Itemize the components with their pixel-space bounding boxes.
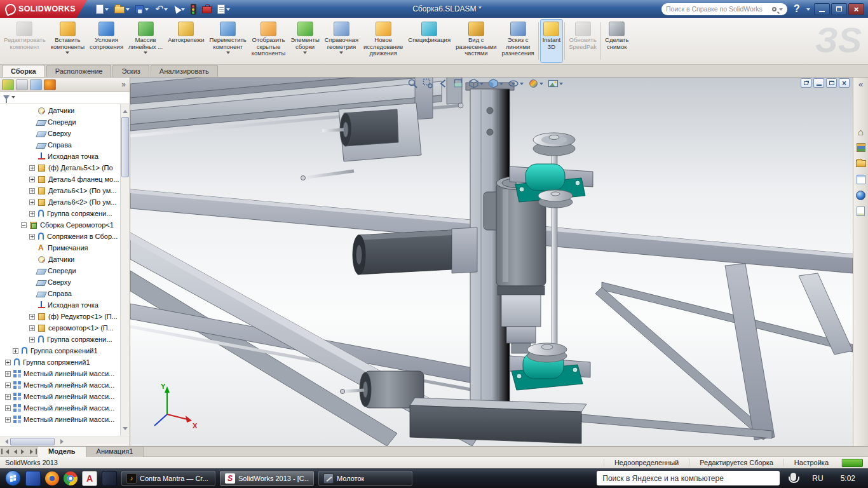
tree-item-mates-group[interactable]: Сопряжения в Сбор... bbox=[0, 231, 119, 242]
chrome-icon[interactable] bbox=[64, 471, 78, 485]
tab-model[interactable]: Модель bbox=[38, 447, 86, 457]
linear-pattern-button[interactable]: Массив линейных ... bbox=[126, 19, 165, 63]
bill-of-materials-button[interactable]: Спецификация bbox=[405, 19, 453, 63]
status-customize[interactable]: Настройка bbox=[783, 459, 839, 466]
assembly-model[interactable]: Y X bbox=[130, 78, 853, 446]
select-button[interactable] bbox=[171, 2, 187, 16]
expand-icon[interactable] bbox=[5, 394, 11, 400]
tree-item-annotations[interactable]: Примечания bbox=[0, 242, 119, 254]
tree-item-mates-group[interactable]: Группа сопряжени... bbox=[0, 334, 119, 345]
close-document-button[interactable] bbox=[839, 78, 850, 88]
file-explorer-icon[interactable] bbox=[855, 158, 867, 169]
tree-item-plane[interactable]: Справа bbox=[0, 139, 119, 151]
expand-icon[interactable] bbox=[5, 383, 11, 388]
tree-item-sensors[interactable]: Датчики bbox=[0, 105, 119, 116]
reference-geometry-button[interactable]: Справочная геометрия bbox=[322, 19, 361, 63]
tab-evaluate[interactable]: Анализировать bbox=[151, 65, 218, 77]
tree-vertical-scrollbar[interactable] bbox=[120, 104, 130, 436]
tree-item-subassembly[interactable]: Сборка Сервомотор<1 bbox=[0, 219, 119, 231]
panel-expand-icon[interactable] bbox=[121, 80, 128, 89]
expand-icon[interactable] bbox=[5, 360, 11, 365]
language-indicator[interactable]: RU bbox=[808, 474, 827, 483]
tree-item-plane[interactable]: Спереди bbox=[0, 116, 119, 128]
resources-home-icon[interactable] bbox=[855, 126, 867, 137]
view-palette-icon[interactable] bbox=[855, 173, 867, 185]
tree-item-part[interactable]: сервомотор<1> (П... bbox=[0, 322, 119, 334]
assembly-features-button[interactable]: Элементы сборки bbox=[288, 19, 322, 63]
expand-icon[interactable] bbox=[29, 200, 35, 205]
taskbar-item-molotok[interactable]: Молоток bbox=[318, 471, 412, 486]
pinned-app-icon[interactable] bbox=[25, 471, 41, 486]
mid-motor[interactable] bbox=[353, 227, 477, 274]
propertymanager-tab[interactable] bbox=[16, 79, 28, 90]
tab-animation[interactable]: Анимация1 bbox=[86, 447, 144, 457]
design-library-icon[interactable] bbox=[855, 142, 867, 153]
quick-tips-icon[interactable] bbox=[841, 459, 863, 467]
tree-item-part[interactable]: (ф) Деталь5<1> (По bbox=[0, 162, 119, 173]
file-properties-button[interactable] bbox=[215, 2, 233, 16]
tree-item-sensors[interactable]: Датчики bbox=[0, 254, 119, 265]
tree-item-mates-group[interactable]: Группа сопряжений1 bbox=[0, 345, 119, 356]
taskbar-item-solidworks[interactable]: SolidWorks 2013 - [C... bbox=[220, 471, 314, 486]
display-style-button[interactable] bbox=[488, 78, 503, 89]
help-search-box[interactable] bbox=[661, 3, 787, 15]
smart-fasteners-button[interactable]: Автокрепежи bbox=[165, 19, 207, 63]
tree-item-pattern[interactable]: Местный линейный масси... bbox=[0, 391, 119, 402]
collapse-icon[interactable] bbox=[21, 222, 27, 228]
tree-item-pattern[interactable]: Местный линейный масси... bbox=[0, 414, 119, 425]
show-hidden-components-button[interactable]: Отобразить скрытые компоненты bbox=[249, 19, 288, 63]
last-tab-button[interactable] bbox=[29, 447, 38, 456]
scroll-left-icon[interactable] bbox=[3, 439, 8, 444]
exploded-view-button[interactable]: Вид с разнесенными частями bbox=[453, 19, 499, 63]
hide-show-items-button[interactable] bbox=[508, 78, 524, 89]
expand-icon[interactable] bbox=[29, 188, 35, 194]
new-document-button[interactable] bbox=[93, 2, 111, 16]
cascade-window-button[interactable] bbox=[801, 78, 811, 88]
insert-components-button[interactable]: Вставить компоненты bbox=[48, 19, 87, 63]
tab-sketch[interactable]: Эскиз bbox=[112, 65, 149, 77]
expand-icon[interactable] bbox=[13, 348, 18, 354]
new-motion-study-button[interactable]: Новое исследование движения bbox=[361, 19, 405, 63]
tree-item-plane[interactable]: Сверху bbox=[0, 276, 119, 288]
help-icon[interactable] bbox=[791, 3, 803, 15]
tree-item-part[interactable]: Деталь6<2> (По ум... bbox=[0, 196, 119, 208]
edit-appearance-button[interactable] bbox=[528, 78, 543, 89]
minimize-button[interactable] bbox=[814, 3, 830, 15]
custom-properties-icon[interactable] bbox=[855, 205, 867, 217]
previous-view-button[interactable] bbox=[438, 78, 449, 89]
tree-item-mates-group[interactable]: Группа сопряжени... bbox=[0, 208, 119, 219]
expand-icon[interactable] bbox=[29, 211, 35, 217]
expand-icon[interactable] bbox=[5, 405, 11, 411]
tree-item-origin[interactable]: Исходная точка bbox=[0, 299, 119, 311]
tree-item-plane[interactable]: Справа bbox=[0, 288, 119, 299]
configurationmanager-tab[interactable] bbox=[30, 79, 42, 90]
featuremanager-tab[interactable] bbox=[2, 79, 14, 90]
save-button[interactable] bbox=[133, 2, 151, 16]
expand-icon[interactable] bbox=[29, 177, 35, 182]
apply-scene-button[interactable] bbox=[548, 78, 563, 89]
scroll-down-icon[interactable] bbox=[123, 427, 128, 433]
scrollbar-thumb[interactable] bbox=[10, 438, 55, 445]
taskbar-item-browser[interactable]: Contra Mantra — Cr... bbox=[121, 471, 215, 486]
take-snapshot-button[interactable]: Сделать снимок bbox=[602, 19, 631, 63]
expand-icon[interactable] bbox=[5, 417, 11, 423]
tree-item-pattern[interactable]: Местный линейный масси... bbox=[0, 402, 119, 414]
options-button[interactable] bbox=[200, 2, 214, 16]
scrollbar-thumb[interactable] bbox=[121, 117, 129, 177]
scroll-up-icon[interactable] bbox=[123, 107, 128, 113]
restore-document-button[interactable] bbox=[826, 78, 837, 88]
tab-assembly[interactable]: Сборка bbox=[2, 65, 45, 77]
view-orientation-button[interactable] bbox=[468, 78, 484, 89]
tree-item-part[interactable]: (ф) Редуктор<1> (П... bbox=[0, 311, 119, 322]
help-search-input[interactable] bbox=[666, 5, 770, 13]
next-tab-button[interactable] bbox=[19, 447, 29, 456]
yandex-search-input[interactable] bbox=[602, 474, 774, 483]
minimize-document-button[interactable] bbox=[813, 78, 824, 88]
expand-icon[interactable] bbox=[29, 234, 35, 240]
tree-item-part[interactable]: Деталь6<1> (По ум... bbox=[0, 185, 119, 196]
maximize-button[interactable] bbox=[831, 3, 847, 15]
displaymanager-tab[interactable] bbox=[44, 79, 56, 90]
first-tab-button[interactable] bbox=[0, 447, 10, 456]
tree-item-pattern[interactable]: Местный линейный масси... bbox=[0, 379, 119, 391]
graphics-area[interactable]: Y X bbox=[130, 78, 853, 446]
